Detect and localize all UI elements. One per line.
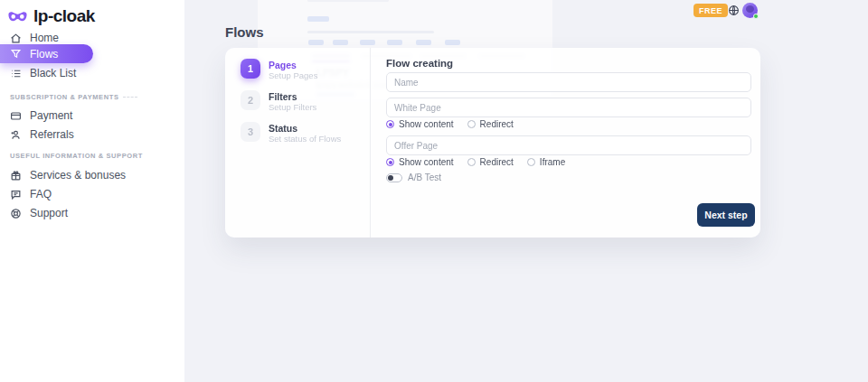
online-status-dot xyxy=(753,14,759,19)
step-subtitle: Setup Pages xyxy=(269,70,317,80)
home-icon xyxy=(10,33,22,44)
step-pages[interactable]: 1 Pages Setup Pages xyxy=(241,59,317,80)
modal-title: Flow creating xyxy=(386,58,453,69)
plan-badge-button[interactable]: FREE xyxy=(693,4,728,17)
language-globe-icon[interactable] xyxy=(728,5,740,16)
sidebar-item-label: Services & bonuses xyxy=(30,169,126,182)
step-subtitle: Setup Filters xyxy=(269,102,316,112)
credit-card-icon xyxy=(10,110,22,122)
offer-page-iframe-radio[interactable]: Iframe xyxy=(527,157,565,167)
ab-test-label: A/B Test xyxy=(408,172,441,182)
offer-page-mode-group: Show content Redirect Iframe xyxy=(386,157,565,167)
step-number-badge: 2 xyxy=(241,90,260,110)
sidebar: lp-cloak Home Flows Black List SUBSCRIPT… xyxy=(0,0,184,382)
radio-icon xyxy=(467,158,476,166)
offer-page-show-content-radio[interactable]: Show content xyxy=(386,157,454,167)
page-title: Flows xyxy=(225,24,264,40)
step-subtitle: Set status of Flows xyxy=(269,134,341,144)
chat-bubble-icon xyxy=(10,189,22,200)
user-avatar[interactable] xyxy=(742,3,758,18)
app-screen: LPSPY lpspy.webstick.com.ua Flows FREE l… xyxy=(0,0,868,382)
sidebar-item-support[interactable]: Support xyxy=(0,203,68,223)
step-title: Filters xyxy=(269,90,316,102)
sidebar-item-faq[interactable]: FAQ xyxy=(0,184,52,204)
brand-logo[interactable]: lp-cloak xyxy=(0,0,184,26)
flow-name-input[interactable] xyxy=(386,72,751,92)
sidebar-item-label: Home xyxy=(30,32,59,44)
mask-logo-icon xyxy=(7,10,28,23)
lifebuoy-icon xyxy=(10,208,22,219)
sidebar-item-label: Black List xyxy=(30,67,76,79)
radio-icon xyxy=(527,158,535,166)
white-page-mode-group: Show content Redirect xyxy=(386,119,514,129)
brand-name: lp-cloak xyxy=(33,6,95,26)
flows-icon xyxy=(10,48,22,60)
step-title: Status xyxy=(269,122,341,134)
step-number-badge: 3 xyxy=(241,122,260,142)
sidebar-section-subscription: SUBSCRIPTION & PAYMENTS xyxy=(10,93,137,101)
ab-test-toggle[interactable] xyxy=(386,173,402,182)
flow-creating-modal: 1 Pages Setup Pages 2 Filters Setup Filt… xyxy=(225,48,760,238)
sidebar-item-label: Support xyxy=(30,207,68,219)
next-step-button[interactable]: Next step xyxy=(697,203,755,227)
ab-test-row: A/B Test xyxy=(386,172,441,182)
white-page-redirect-radio[interactable]: Redirect xyxy=(467,119,514,129)
offer-page-input[interactable] xyxy=(386,135,751,155)
radio-icon xyxy=(386,158,394,166)
step-status[interactable]: 3 Status Set status of Flows xyxy=(241,122,341,144)
user-plus-icon xyxy=(10,129,22,141)
step-number-badge: 1 xyxy=(241,59,260,79)
sidebar-item-label: Referrals xyxy=(30,128,74,141)
modal-divider xyxy=(370,48,371,238)
radio-icon xyxy=(467,120,476,128)
step-filters[interactable]: 2 Filters Setup Filters xyxy=(241,90,316,112)
white-page-show-content-radio[interactable]: Show content xyxy=(386,119,454,129)
sidebar-item-label: Payment xyxy=(30,109,72,122)
list-icon xyxy=(10,68,22,79)
gift-icon xyxy=(10,170,22,182)
radio-icon xyxy=(386,120,394,128)
step-title: Pages xyxy=(269,59,317,70)
white-page-input[interactable] xyxy=(386,98,751,117)
sidebar-item-black-list[interactable]: Black List xyxy=(0,63,76,83)
offer-page-redirect-radio[interactable]: Redirect xyxy=(467,157,514,167)
sidebar-item-payment[interactable]: Payment xyxy=(0,106,72,126)
toggle-knob xyxy=(388,175,393,181)
sidebar-item-flows[interactable]: Flows xyxy=(0,44,93,63)
sidebar-section-support: USEFUL INFORMATION & SUPPORT xyxy=(10,152,143,160)
sidebar-item-services[interactable]: Services & bonuses xyxy=(0,165,126,185)
sidebar-item-label: Flows xyxy=(30,48,58,61)
sidebar-item-referrals[interactable]: Referrals xyxy=(0,125,74,144)
sidebar-item-label: FAQ xyxy=(30,188,52,200)
